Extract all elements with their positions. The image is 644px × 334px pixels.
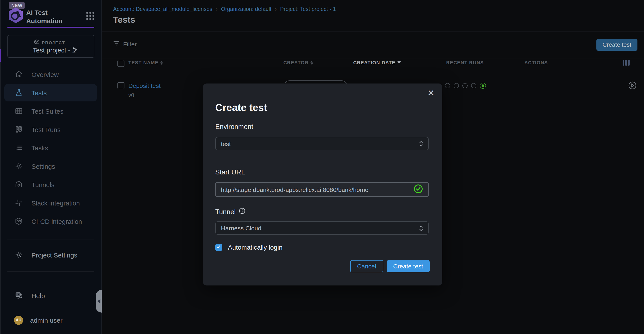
sidebar-item-test-suites[interactable]: Test Suites [4, 102, 97, 120]
info-icon[interactable] [239, 208, 245, 216]
user-name: admin user [30, 316, 62, 324]
sidebar-item-slack-integration[interactable]: Slack integration [4, 194, 97, 212]
app-title: AI Test Automation [26, 8, 63, 25]
sidebar-item-test-runs[interactable]: Test Runs [4, 121, 97, 138]
column-header-creator[interactable]: CREATOR [283, 60, 313, 65]
auto-login-label: Automatically login [228, 244, 282, 251]
project-selector[interactable]: PROJECT Test project - 1 [8, 35, 94, 58]
gear-icon [15, 251, 23, 259]
column-header-actions: ACTIONS [524, 60, 548, 65]
row-actions [628, 81, 644, 90]
page-title: Tests [113, 15, 135, 25]
auto-login-checkbox[interactable]: ✓ [215, 244, 222, 251]
sidebar-item-cicd-integration[interactable]: CI-CD integration [4, 213, 97, 230]
filter-button[interactable]: Filter [113, 40, 137, 48]
column-header-recent-runs: RECENT RUNS [446, 60, 484, 65]
project-kicker-label: PROJECT [42, 40, 65, 45]
sidebar-item-overview[interactable]: Overview [4, 66, 97, 83]
sidebar-divider [8, 271, 94, 272]
column-header-creation-date[interactable]: CREATION DATE [353, 60, 400, 65]
select-all-checkbox[interactable] [118, 60, 124, 67]
valid-check-icon [414, 184, 423, 195]
svg-text:?: ? [17, 293, 19, 296]
grid-icon [15, 107, 23, 115]
start-url-input[interactable] [221, 186, 414, 193]
flask-icon [15, 89, 23, 97]
divider [102, 32, 644, 32]
tunnel-select[interactable]: Harness Cloud [215, 221, 429, 235]
gear-icon [15, 162, 23, 170]
sidebar-collapse-handle[interactable] [96, 290, 102, 312]
test-version: v0 [128, 92, 134, 98]
run-status-dot[interactable] [462, 83, 468, 88]
breadcrumb-project[interactable]: Project: Test project - 1 [280, 6, 336, 12]
cancel-button[interactable]: Cancel [350, 260, 383, 272]
slack-icon [15, 199, 23, 207]
select-chevrons-icon [419, 140, 423, 147]
breadcrumb-account[interactable]: Account: Devspace_all_module_licenses [113, 6, 212, 12]
sort-icon [310, 61, 313, 65]
cube-icon [34, 39, 39, 46]
sidebar-item-settings[interactable]: Settings [4, 157, 97, 175]
run-status-dot[interactable] [445, 83, 450, 88]
tunnel-icon [15, 181, 23, 189]
column-header-test-name[interactable]: TEST NAME [128, 60, 163, 65]
app-switcher-icon[interactable] [86, 11, 95, 21]
app-window: NEW AI Test Automation [0, 0, 644, 334]
help-chat-icon: ? [15, 292, 23, 299]
start-url-label: Start URL [215, 168, 245, 176]
modal-title: Create test [215, 102, 267, 114]
breadcrumb-organization[interactable]: Organization: default [221, 6, 271, 12]
sidebar-item-tunnels[interactable]: Tunnels [4, 176, 97, 193]
home-icon [15, 70, 23, 78]
list-icon [15, 144, 23, 152]
sidebar-item-tasks[interactable]: Tasks [4, 139, 97, 156]
tunnel-label: Tunnel [215, 208, 245, 216]
environment-select[interactable]: test [215, 137, 429, 150]
start-url-field [215, 182, 429, 197]
sidebar-nav: Overview Tests Test Suites Test Runs [0, 65, 101, 231]
sidebar-item-help[interactable]: ? Help [4, 287, 97, 304]
row-checkbox[interactable] [118, 82, 124, 89]
breadcrumb: Account: Devspace_all_module_licenses › … [113, 6, 336, 12]
breadcrumb-separator: › [275, 6, 276, 12]
chevron-right-icon [73, 47, 77, 55]
create-test-modal: ✕ Create test Environment test Start URL… [203, 84, 442, 285]
modal-footer: Cancel Create test [350, 260, 430, 272]
screen-edge-artifact [0, 0, 1, 334]
play-icon[interactable] [628, 81, 636, 90]
divider [102, 59, 644, 59]
sort-desc-icon [397, 61, 400, 64]
environment-label: Environment [215, 123, 253, 131]
sort-icon [160, 61, 163, 65]
recent-runs [445, 83, 486, 89]
select-chevrons-icon [419, 225, 423, 231]
column-settings-icon[interactable] [622, 60, 629, 66]
sidebar-item-user[interactable]: AU admin user [4, 311, 97, 329]
breadcrumb-separator: › [216, 6, 218, 12]
test-name-link[interactable]: Deposit test [128, 82, 161, 89]
chevron-left-icon [97, 299, 100, 303]
sidebar-item-project-settings[interactable]: Project Settings [4, 246, 97, 264]
brand-rule [8, 27, 94, 28]
sidebar: NEW AI Test Automation [0, 0, 102, 334]
columns-icon [15, 125, 23, 133]
sidebar-item-tests[interactable]: Tests [4, 84, 97, 101]
check-icon: ✓ [216, 245, 221, 250]
app-logo-icon[interactable] [8, 7, 24, 24]
sidebar-divider [8, 240, 94, 240]
run-status-dot[interactable] [471, 83, 476, 88]
cicd-icon [15, 217, 23, 225]
project-name: Test project - 1 [33, 46, 76, 54]
create-test-button[interactable]: Create test [596, 39, 638, 51]
modal-create-test-button[interactable]: Create test [386, 260, 430, 272]
avatar: AU [14, 315, 23, 324]
close-icon[interactable]: ✕ [428, 89, 434, 97]
auto-login-row: ✓ Automatically login [215, 244, 282, 251]
filter-icon [113, 40, 120, 48]
run-status-dot-passed[interactable] [480, 83, 486, 89]
run-status-dot[interactable] [454, 83, 459, 88]
